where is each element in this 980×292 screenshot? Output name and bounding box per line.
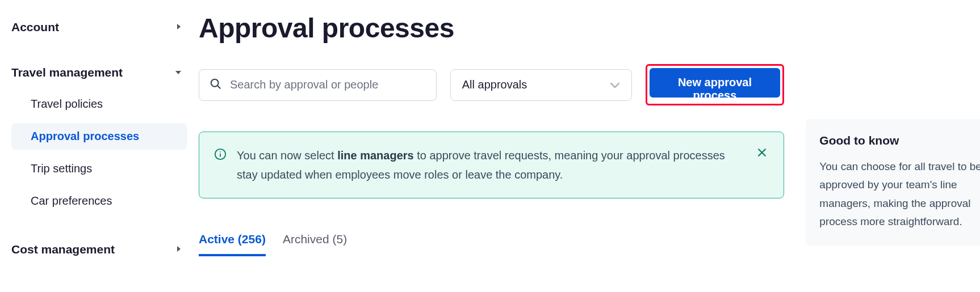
filter-select[interactable]: All approvals bbox=[450, 69, 632, 101]
tabs: Active (256) Archived (5) bbox=[199, 228, 784, 256]
svg-line-4 bbox=[217, 86, 220, 88]
highlight-annotation: New approval process bbox=[646, 64, 785, 105]
nav-item-approval-processes[interactable]: Approval processes bbox=[11, 123, 187, 150]
svg-marker-2 bbox=[177, 246, 181, 252]
nav-section-travel-management[interactable]: Travel management bbox=[11, 62, 187, 83]
aside: Good to know You can choose for all trav… bbox=[806, 12, 980, 292]
nav-section-cost-management[interactable]: Cost management bbox=[11, 239, 187, 260]
search-box[interactable] bbox=[199, 69, 437, 101]
svg-marker-0 bbox=[177, 24, 181, 29]
info-banner: You can now select line managers to appr… bbox=[199, 132, 784, 198]
tab-count: 5 bbox=[336, 232, 343, 246]
tab-count: 256 bbox=[242, 232, 262, 246]
svg-marker-1 bbox=[175, 71, 181, 74]
good-to-know-title: Good to know bbox=[819, 134, 980, 147]
good-to-know-body: You can choose for all travel to be appr… bbox=[819, 158, 980, 231]
svg-point-3 bbox=[211, 79, 219, 86]
page-title: Approval processes bbox=[199, 12, 784, 44]
search-input[interactable] bbox=[230, 78, 426, 91]
nav-subitems: Travel policies Approval processes Trip … bbox=[11, 91, 187, 214]
tab-active[interactable]: Active (256) bbox=[199, 228, 266, 256]
info-icon bbox=[214, 146, 227, 163]
new-approval-process-button[interactable]: New approval process bbox=[650, 68, 781, 98]
caret-right-icon bbox=[176, 23, 182, 32]
nav-item-travel-policies[interactable]: Travel policies bbox=[11, 91, 187, 117]
nav-item-car-preferences[interactable]: Car preferences bbox=[11, 188, 187, 214]
nav-section-label: Account bbox=[11, 20, 59, 34]
nav-section-account[interactable]: Account bbox=[11, 17, 187, 37]
filter-selected-value: All approvals bbox=[462, 78, 527, 91]
caret-down-icon bbox=[175, 68, 182, 77]
tab-label: Active bbox=[199, 232, 234, 246]
controls-row: All approvals New approval process bbox=[199, 64, 784, 105]
svg-point-7 bbox=[220, 151, 221, 153]
close-icon bbox=[756, 151, 768, 160]
tab-archived[interactable]: Archived (5) bbox=[283, 228, 347, 256]
banner-close-button[interactable] bbox=[755, 146, 769, 161]
banner-text: You can now select line managers to appr… bbox=[237, 146, 745, 184]
chevron-down-icon bbox=[610, 78, 620, 91]
good-to-know-card: Good to know You can choose for all trav… bbox=[806, 119, 980, 246]
nav-section-label: Travel management bbox=[11, 66, 123, 79]
nav-section-label: Cost management bbox=[11, 243, 115, 256]
search-icon bbox=[210, 78, 222, 92]
banner-text-prefix: You can now select bbox=[237, 149, 337, 162]
tab-label: Archived bbox=[283, 232, 329, 246]
sidebar: Account Travel management Travel policie… bbox=[0, 0, 193, 292]
banner-text-bold: line managers bbox=[337, 149, 414, 162]
nav-item-trip-settings[interactable]: Trip settings bbox=[11, 155, 187, 182]
caret-right-icon bbox=[176, 245, 182, 254]
